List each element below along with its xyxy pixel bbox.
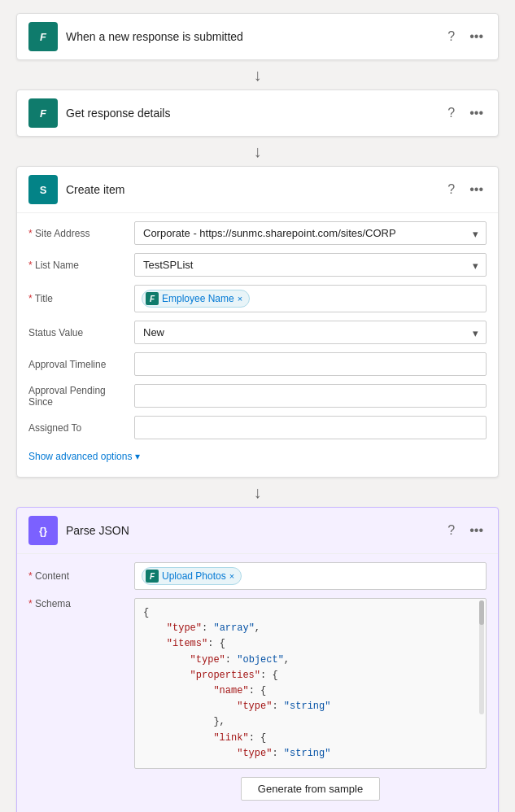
create-item-help-button[interactable]: ?: [444, 181, 458, 198]
get-response-help-button[interactable]: ?: [444, 105, 458, 121]
content-label: Content: [28, 570, 134, 582]
schema-scrollbar[interactable]: [479, 600, 484, 714]
schema-line-5: "properties": {: [143, 668, 478, 683]
status-select-wrapper: New: [134, 321, 487, 344]
schema-scrollbar-thumb: [479, 600, 484, 625]
content-token-label: Upload Photos: [162, 570, 226, 582]
list-name-label: List Name: [28, 260, 134, 271]
create-item-header[interactable]: S Create item ? •••: [17, 167, 498, 212]
status-control: New: [134, 321, 487, 344]
schema-line-8: },: [143, 714, 478, 730]
approval-timeline-input[interactable]: [134, 352, 487, 376]
schema-line-9: "link": {: [143, 731, 478, 746]
json-icon: {}: [28, 516, 58, 545]
show-advanced-options-button[interactable]: Show advanced options ▾: [28, 447, 140, 465]
site-address-select-wrapper: Corporate - https://sunmc.sharepoint.com…: [134, 221, 487, 245]
advanced-options-label: Show advanced options: [28, 451, 132, 462]
get-response-card: F Get response details ? •••: [16, 89, 499, 137]
token-close-button[interactable]: ×: [238, 295, 242, 303]
assigned-to-row: Assigned To: [28, 416, 487, 439]
create-item-more-button[interactable]: •••: [466, 181, 487, 198]
schema-row: Schema { "type": "array", "items": { "ty…: [28, 598, 487, 801]
site-address-control: Corporate - https://sunmc.sharepoint.com…: [134, 221, 487, 245]
sharepoint-icon: S: [28, 175, 58, 204]
parse-json-help-button[interactable]: ?: [444, 522, 458, 539]
schema-line-3: "items": {: [143, 636, 478, 652]
get-response-more-button[interactable]: •••: [466, 105, 487, 121]
trigger-actions: ? •••: [444, 28, 487, 45]
generate-sample-button[interactable]: Generate from sample: [241, 777, 380, 801]
parse-json-body: Content F Upload Photos × Sche: [17, 553, 498, 812]
site-address-label: Site Address: [28, 228, 134, 239]
schema-control: { "type": "array", "items": { "type": "o…: [134, 598, 487, 801]
assigned-to-input[interactable]: [134, 416, 487, 439]
content-token-field[interactable]: F Upload Photos ×: [134, 562, 487, 590]
title-control: F Employee Name ×: [134, 285, 487, 312]
parse-json-actions: ? •••: [444, 522, 487, 539]
trigger-card-header[interactable]: F When a new response is submitted ? •••: [17, 14, 498, 59]
employee-name-token[interactable]: F Employee Name ×: [142, 290, 250, 308]
schema-line-1: {: [143, 605, 478, 621]
get-response-title: Get response details: [66, 107, 444, 120]
create-item-title: Create item: [66, 183, 444, 196]
title-label: Title: [28, 293, 134, 304]
get-response-actions: ? •••: [444, 105, 487, 121]
parse-json-more-button[interactable]: •••: [466, 522, 487, 539]
assigned-to-control: [134, 416, 487, 439]
title-token-field[interactable]: F Employee Name ×: [134, 285, 487, 312]
arrow-2: ↓: [254, 137, 262, 166]
list-name-control: TestSPList: [134, 253, 487, 277]
list-name-select[interactable]: TestSPList: [134, 253, 487, 277]
content-row: Content F Upload Photos ×: [28, 562, 487, 590]
schema-textarea[interactable]: { "type": "array", "items": { "type": "o…: [134, 598, 487, 769]
list-name-select-wrapper: TestSPList: [134, 253, 487, 277]
approval-pending-row: Approval Pending Since: [28, 384, 487, 408]
trigger-card: F When a new response is submitted ? •••: [16, 13, 499, 60]
site-address-row: Site Address Corporate - https://sunmc.s…: [28, 221, 487, 245]
create-item-actions: ? •••: [444, 181, 487, 198]
parse-json-header[interactable]: {} Parse JSON ? •••: [17, 508, 498, 553]
approval-timeline-control: [134, 352, 487, 376]
approval-timeline-row: Approval Timeline: [28, 352, 487, 376]
status-row: Status Value New: [28, 321, 487, 344]
schema-line-10: "type": "string": [143, 746, 478, 762]
schema-line-4: "type": "object",: [143, 653, 478, 668]
trigger-title: When a new response is submitted: [66, 30, 444, 43]
approval-pending-label: Approval Pending Since: [28, 385, 134, 408]
upload-photos-token[interactable]: F Upload Photos ×: [142, 567, 242, 585]
arrow-1: ↓: [254, 60, 262, 89]
get-response-card-header[interactable]: F Get response details ? •••: [17, 90, 498, 136]
content-control: F Upload Photos ×: [134, 562, 487, 590]
schema-line-6: "name": {: [143, 683, 478, 699]
status-label: Status Value: [28, 327, 134, 338]
parse-json-card: {} Parse JSON ? ••• Content F U: [16, 507, 499, 812]
trigger-more-button[interactable]: •••: [466, 28, 487, 45]
status-select[interactable]: New: [134, 321, 487, 344]
list-name-row: List Name TestSPList: [28, 253, 487, 277]
create-item-card: S Create item ? ••• Site Address Corpora…: [16, 166, 499, 478]
forms-icon: F: [28, 22, 58, 51]
token-forms-icon-2: F: [146, 570, 159, 583]
assigned-to-label: Assigned To: [28, 422, 134, 434]
site-address-select[interactable]: Corporate - https://sunmc.sharepoint.com…: [134, 221, 487, 245]
token-forms-icon: F: [146, 292, 159, 305]
schema-line-2: "type": "array",: [143, 621, 478, 636]
chevron-down-icon: ▾: [135, 451, 140, 462]
title-row: Title F Employee Name ×: [28, 285, 487, 312]
token-label: Employee Name: [162, 293, 234, 304]
approval-timeline-label: Approval Timeline: [28, 359, 134, 370]
create-item-body: Site Address Corporate - https://sunmc.s…: [17, 212, 498, 477]
schema-line-7: "type": "string": [143, 699, 478, 714]
approval-pending-control: [134, 384, 487, 408]
upload-photos-token-close[interactable]: ×: [229, 572, 234, 581]
trigger-help-button[interactable]: ?: [444, 28, 458, 45]
arrow-3: ↓: [254, 478, 262, 507]
schema-label: Schema: [28, 598, 134, 609]
parse-json-title: Parse JSON: [66, 524, 444, 537]
forms-icon-2: F: [28, 98, 58, 128]
approval-pending-input[interactable]: [134, 384, 487, 408]
